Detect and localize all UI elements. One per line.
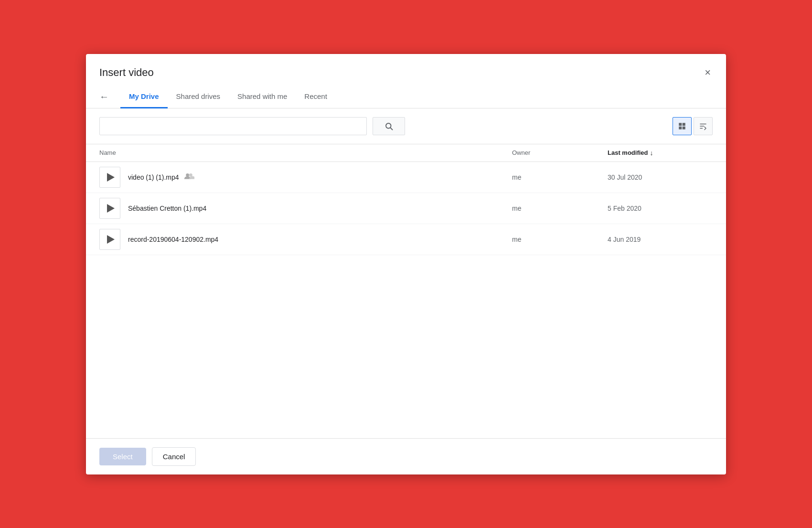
svg-point-9	[186, 173, 189, 177]
file-owner: me	[512, 236, 608, 243]
table-header: Name Owner Last modified ↓	[86, 144, 726, 162]
svg-rect-2	[679, 123, 682, 126]
sort-icon	[699, 122, 707, 130]
file-owner: me	[512, 205, 608, 212]
search-button[interactable]	[373, 117, 405, 135]
dialog-footer: Select Cancel	[86, 438, 726, 474]
column-modified-header[interactable]: Last modified ↓	[608, 149, 713, 157]
file-thumbnail	[99, 167, 120, 188]
file-name-cell: video (1) (1).mp4	[128, 172, 512, 182]
file-modified: 30 Jul 2020	[608, 173, 713, 181]
file-name-cell: record-20190604-120902.mp4	[128, 236, 512, 243]
cancel-button[interactable]: Cancel	[152, 447, 196, 466]
file-thumbnail	[99, 229, 120, 250]
play-icon	[107, 235, 115, 244]
file-list: video (1) (1).mp4 me 30 Jul 2020 Sébasti	[86, 162, 726, 255]
sort-arrow-icon: ↓	[650, 149, 653, 157]
play-icon	[107, 204, 115, 213]
search-icon	[385, 122, 393, 130]
tab-recent[interactable]: Recent	[296, 86, 336, 108]
grid-view-button[interactable]	[673, 117, 692, 135]
svg-rect-5	[683, 126, 685, 129]
tab-shared-drives[interactable]: Shared drives	[168, 86, 229, 108]
table-row[interactable]: record-20190604-120902.mp4 me 4 Jun 2019	[86, 224, 726, 255]
file-name: Sébastien Cretton (1).mp4	[128, 205, 206, 212]
search-input[interactable]	[99, 117, 367, 135]
back-button[interactable]: ←	[99, 89, 113, 104]
svg-rect-4	[679, 126, 682, 129]
play-icon	[107, 173, 115, 182]
search-row	[86, 108, 726, 144]
view-controls	[673, 117, 713, 135]
file-name: record-20190604-120902.mp4	[128, 236, 218, 243]
tab-my-drive[interactable]: My Drive	[120, 86, 168, 108]
file-modified: 4 Jun 2019	[608, 236, 713, 243]
svg-point-10	[189, 173, 192, 177]
file-name-cell: Sébastien Cretton (1).mp4	[128, 205, 512, 212]
table-row[interactable]: video (1) (1).mp4 me 30 Jul 2020	[86, 162, 726, 193]
dialog-title: Insert video	[99, 66, 154, 79]
tab-shared-with-me[interactable]: Shared with me	[229, 86, 296, 108]
svg-rect-3	[683, 123, 685, 126]
file-thumbnail	[99, 198, 120, 219]
tabs-row: ← My Drive Shared drives Shared with me …	[86, 86, 726, 108]
insert-video-dialog: Insert video × ← My Drive Shared drives …	[86, 54, 726, 474]
file-modified: 5 Feb 2020	[608, 205, 713, 212]
column-name-header: Name	[99, 149, 512, 156]
sort-view-button[interactable]	[694, 117, 713, 135]
table-row[interactable]: Sébastien Cretton (1).mp4 me 5 Feb 2020	[86, 193, 726, 224]
svg-line-1	[390, 128, 392, 129]
dialog-header: Insert video ×	[86, 54, 726, 86]
close-button[interactable]: ×	[703, 65, 713, 80]
file-name: video (1) (1).mp4	[128, 173, 179, 181]
column-modified-label: Last modified	[608, 149, 648, 156]
file-owner: me	[512, 173, 608, 181]
grid-icon	[678, 122, 686, 130]
select-button[interactable]: Select	[99, 448, 146, 465]
column-owner-header: Owner	[512, 149, 608, 156]
shared-icon	[184, 172, 194, 182]
